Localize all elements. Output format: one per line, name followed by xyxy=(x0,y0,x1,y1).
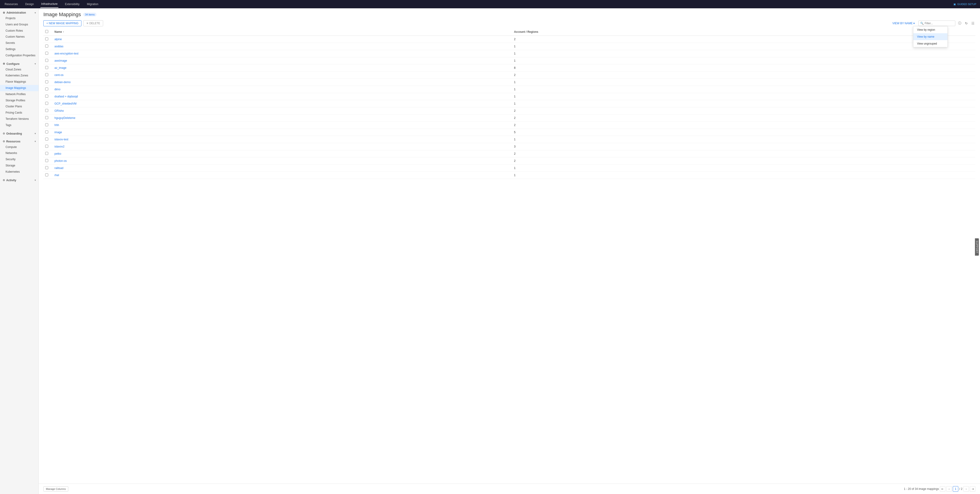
row-name-link[interactable]: dimo xyxy=(54,88,60,91)
row-checkbox[interactable] xyxy=(45,66,48,69)
sidebar-item-cluster-plans[interactable]: Cluster Plans xyxy=(0,104,38,110)
sidebar-section-header-onboarding[interactable]: ⊙ Onboarding ▾ xyxy=(0,130,38,136)
grid-view-icon-button[interactable]: ☷ xyxy=(970,21,975,25)
sidebar-item-storage[interactable]: Storage xyxy=(0,163,38,169)
row-checkbox[interactable] xyxy=(45,95,48,98)
sidebar-item-projects[interactable]: Projects xyxy=(0,15,38,21)
nav-extensibility[interactable]: Extensibility xyxy=(64,1,80,8)
row-name-link[interactable]: dsafasd + dqdasqd xyxy=(54,95,78,98)
select-all-header[interactable] xyxy=(43,28,52,36)
row-checkbox-cell[interactable] xyxy=(43,100,52,107)
info-icon-button[interactable]: ⓘ xyxy=(957,21,962,26)
row-checkbox[interactable] xyxy=(45,37,48,40)
row-checkbox[interactable] xyxy=(45,116,48,119)
sidebar-item-configuration-properties[interactable]: Configuration Properties xyxy=(0,53,38,59)
row-checkbox-cell[interactable] xyxy=(43,57,52,64)
row-checkbox-cell[interactable] xyxy=(43,122,52,129)
column-name[interactable]: Name ↑ xyxy=(52,28,511,36)
row-name-link[interactable]: az_image xyxy=(54,66,67,70)
row-checkbox-cell[interactable] xyxy=(43,93,52,100)
row-checkbox[interactable] xyxy=(45,131,48,134)
row-name-link[interactable]: aws-encryption-test xyxy=(54,52,78,55)
refresh-icon-button[interactable]: ↻ xyxy=(964,21,969,25)
new-image-mapping-button[interactable]: + NEW IMAGE MAPPING xyxy=(43,20,81,26)
row-checkbox[interactable] xyxy=(45,73,48,76)
row-name-link[interactable]: asddas xyxy=(54,45,64,48)
row-name-link[interactable]: awsImage xyxy=(54,59,67,62)
row-name-link[interactable]: islavov2 xyxy=(54,145,64,148)
sidebar-item-pricing-cards[interactable]: Pricing Cards xyxy=(0,110,38,116)
row-checkbox-cell[interactable] xyxy=(43,172,52,179)
sidebar-item-compute[interactable]: Compute xyxy=(0,144,38,150)
pagination-prev-button[interactable]: ‹ xyxy=(946,486,952,492)
row-checkbox-cell[interactable] xyxy=(43,79,52,86)
row-name-link[interactable]: alpine xyxy=(54,38,62,41)
sidebar-section-header-resources[interactable]: ⊙ Resources ▾ xyxy=(0,138,38,144)
sidebar-item-networks[interactable]: Networks xyxy=(0,150,38,156)
row-checkbox[interactable] xyxy=(45,174,48,176)
sidebar-item-storage-profiles[interactable]: Storage Profiles xyxy=(0,97,38,104)
select-all-checkbox[interactable] xyxy=(45,30,48,33)
sidebar-item-custom-roles[interactable]: Custom Roles xyxy=(0,28,38,34)
dropdown-view-ungrouped[interactable]: View ungrouped xyxy=(913,40,947,47)
sidebar-item-network-profiles[interactable]: Network Profiles xyxy=(0,91,38,97)
row-name-link[interactable]: GRIsho xyxy=(54,109,64,112)
support-tab[interactable]: SUPPORT xyxy=(975,238,979,255)
nav-resources[interactable]: Resources xyxy=(4,1,19,8)
sidebar-section-header-configure[interactable]: ⚙ Configure ▾ xyxy=(0,61,38,67)
filter-input[interactable] xyxy=(918,21,955,26)
row-checkbox[interactable] xyxy=(45,59,48,62)
dropdown-view-by-region[interactable]: View by region xyxy=(913,26,947,33)
row-checkbox-cell[interactable] xyxy=(43,86,52,93)
nav-design[interactable]: Design xyxy=(24,1,35,8)
row-name-link[interactable]: photon-os xyxy=(54,159,67,163)
sidebar-item-flavor-mappings[interactable]: Flavor Mappings xyxy=(0,79,38,85)
row-checkbox[interactable] xyxy=(45,152,48,155)
row-name-link[interactable]: GCP_shieldedVM xyxy=(54,102,76,105)
sidebar-item-tags[interactable]: Tags xyxy=(0,122,38,128)
pagination-last-button[interactable]: ⇥ xyxy=(970,486,975,492)
row-name-link[interactable]: ralitsad xyxy=(54,166,64,170)
row-checkbox[interactable] xyxy=(45,109,48,112)
sidebar-item-custom-names[interactable]: Custom Names xyxy=(0,34,38,40)
row-checkbox-cell[interactable] xyxy=(43,158,52,164)
row-checkbox[interactable] xyxy=(45,145,48,148)
row-checkbox-cell[interactable] xyxy=(43,115,52,122)
row-checkbox-cell[interactable] xyxy=(43,136,52,143)
sidebar-item-security[interactable]: Security xyxy=(0,156,38,163)
row-checkbox[interactable] xyxy=(45,102,48,105)
row-checkbox[interactable] xyxy=(45,88,48,91)
row-checkbox-cell[interactable] xyxy=(43,72,52,79)
row-name-link[interactable]: cent-os xyxy=(54,73,64,76)
row-checkbox[interactable] xyxy=(45,80,48,83)
row-name-link[interactable]: hguguyDeleteme xyxy=(54,116,75,120)
sidebar-section-header-administration[interactable]: ⚙ Administration ▾ xyxy=(0,9,38,15)
row-checkbox-cell[interactable] xyxy=(43,50,52,57)
row-name-link[interactable]: islavov-test xyxy=(54,138,68,141)
sidebar-item-kubernetes-zones[interactable]: Kubernetes Zones xyxy=(0,72,38,79)
row-checkbox-cell[interactable] xyxy=(43,64,52,72)
row-checkbox-cell[interactable] xyxy=(43,150,52,158)
pagination-first-button[interactable]: ⇤ xyxy=(940,486,945,492)
dropdown-view-by-name[interactable]: View by name xyxy=(913,33,947,40)
sidebar-item-image-mappings[interactable]: Image Mappings xyxy=(0,85,38,91)
sidebar-item-kubernetes[interactable]: Kubernetes xyxy=(0,169,38,175)
row-name-link[interactable]: debian-demo xyxy=(54,81,71,84)
manage-columns-button[interactable]: Manage Columns xyxy=(43,486,68,491)
row-checkbox[interactable] xyxy=(45,52,48,55)
sidebar-item-users-and-groups[interactable]: Users and Groups xyxy=(0,21,38,28)
row-checkbox-cell[interactable] xyxy=(43,164,52,172)
sidebar-item-secrets[interactable]: Secrets xyxy=(0,40,38,46)
row-name-link[interactable]: petko xyxy=(54,152,61,155)
row-checkbox-cell[interactable] xyxy=(43,143,52,150)
view-by-button[interactable]: VIEW BY NAME ▾ xyxy=(891,21,916,26)
delete-button[interactable]: ✕ DELETE xyxy=(83,20,103,26)
row-checkbox-cell[interactable] xyxy=(43,43,52,50)
row-checkbox-cell[interactable] xyxy=(43,129,52,136)
nav-migration[interactable]: Migration xyxy=(86,1,99,8)
sidebar-item-settings[interactable]: Settings xyxy=(0,46,38,53)
row-checkbox-cell[interactable] xyxy=(43,36,52,43)
row-checkbox[interactable] xyxy=(45,123,48,126)
row-name-link[interactable]: image xyxy=(54,131,62,134)
row-checkbox-cell[interactable] xyxy=(43,107,52,115)
